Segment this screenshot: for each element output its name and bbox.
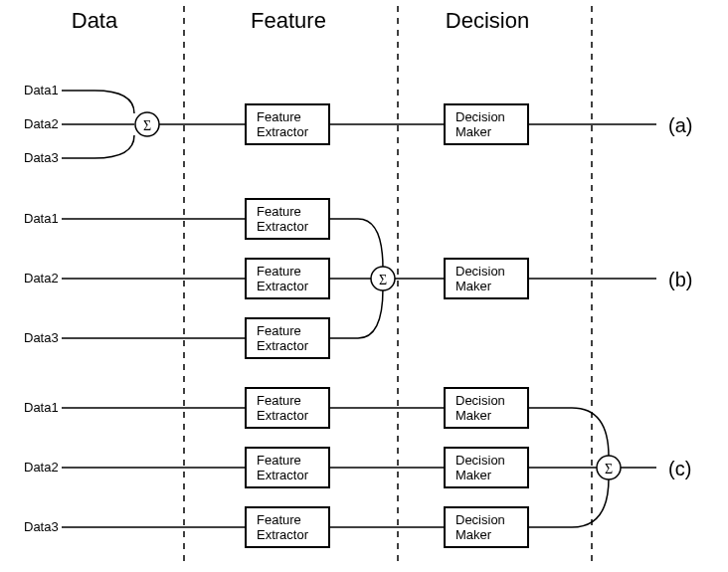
svg-text:Maker: Maker (455, 527, 492, 542)
data2-label: Data2 (24, 116, 59, 131)
column-header-data: Data (72, 8, 118, 33)
dm-line1: Decision (455, 109, 505, 124)
row-label-c: (c) (668, 458, 691, 479)
sigma-text: Σ (143, 118, 151, 133)
svg-text:Decision: Decision (455, 264, 505, 279)
svg-text:Maker: Maker (455, 408, 492, 423)
fusion-architectures-diagram: Data Feature Decision Data1 Data2 Data3 … (0, 0, 728, 572)
svg-text:Extractor: Extractor (257, 527, 309, 542)
data1-label: Data1 (24, 83, 59, 97)
data2-label: Data2 (24, 460, 59, 475)
svg-text:Extractor: Extractor (257, 468, 309, 482)
fe-line2: Extractor (257, 124, 309, 139)
svg-text:Feature: Feature (257, 393, 301, 408)
svg-text:Extractor: Extractor (257, 338, 309, 353)
data3-label: Data3 (24, 519, 59, 534)
data3-label: Data3 (24, 330, 59, 345)
row-c: Data1 Data2 Data3 Feature Extractor Feat… (24, 388, 691, 547)
data1-label: Data1 (24, 400, 59, 415)
svg-text:Σ: Σ (379, 273, 387, 287)
svg-text:Feature: Feature (257, 204, 301, 219)
svg-text:Maker: Maker (455, 279, 492, 293)
fe-line1: Feature (257, 109, 301, 124)
column-header-decision: Decision (446, 8, 529, 33)
svg-text:Feature: Feature (257, 323, 301, 338)
column-header-feature: Feature (251, 8, 326, 33)
wire-c-dm3-sig (528, 478, 609, 527)
svg-text:Decision: Decision (455, 453, 505, 468)
svg-text:Extractor: Extractor (257, 408, 309, 423)
row-label-a: (a) (668, 114, 692, 136)
wire-a-d1 (62, 91, 134, 113)
svg-text:Σ: Σ (605, 462, 613, 477)
wire-c-dm1-sig (528, 408, 609, 457)
svg-text:Decision: Decision (455, 393, 505, 408)
svg-text:Feature: Feature (257, 264, 301, 279)
wire-a-d3 (62, 135, 134, 158)
wire-b-fe1-sig (329, 219, 383, 269)
svg-text:Feature: Feature (257, 453, 301, 468)
svg-text:Maker: Maker (455, 468, 492, 482)
svg-text:Feature: Feature (257, 512, 301, 527)
svg-text:Extractor: Extractor (257, 219, 309, 234)
row-label-b: (b) (668, 269, 692, 290)
wire-b-fe3-sig (329, 288, 383, 338)
svg-text:Extractor: Extractor (257, 279, 309, 293)
data2-label: Data2 (24, 271, 59, 286)
svg-text:Decision: Decision (455, 512, 505, 527)
dm-line2: Maker (455, 124, 492, 139)
data1-label: Data1 (24, 211, 59, 226)
data3-label: Data3 (24, 150, 59, 165)
